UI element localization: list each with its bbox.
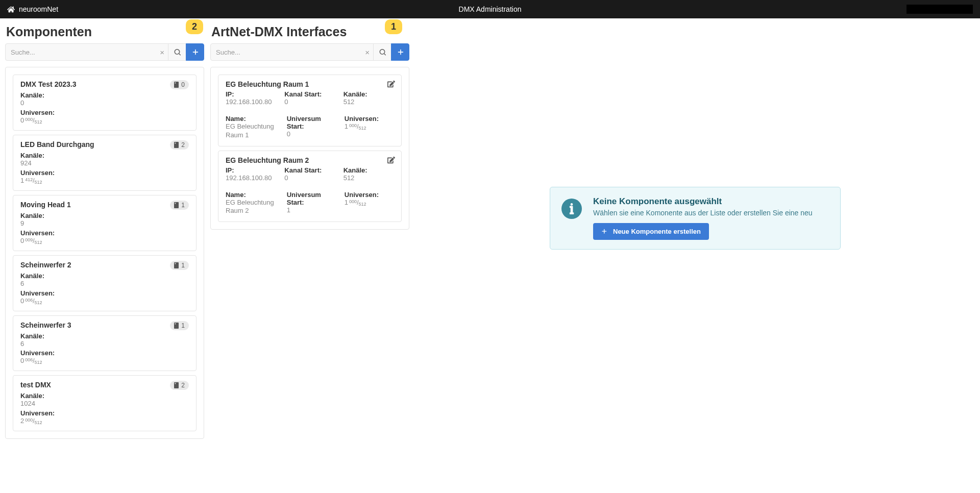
komponenten-toolbar: ×	[5, 43, 204, 61]
komponente-card[interactable]: DMX Test 2023.3 0 Kanäle:0 Universen: 00…	[13, 75, 197, 131]
interfaces-add-button[interactable]	[391, 43, 409, 61]
label-universen: Universen:	[20, 109, 189, 116]
plus-icon	[192, 49, 199, 56]
label-kanal-start: Kanal Start:	[284, 90, 335, 98]
komponente-card[interactable]: Scheinwerfer 3 1 Kanäle:6 Universen: 000…	[13, 315, 197, 372]
value-name: EG Beleuchtung Raum 2	[226, 199, 279, 216]
value-univ-start: 0	[287, 130, 336, 139]
home-icon	[7, 6, 15, 13]
interfaces-badge: 1	[170, 321, 189, 330]
badge-count: 1	[181, 262, 185, 269]
interfaces-badge: 2	[170, 381, 189, 390]
interfaces-search-button[interactable]	[373, 43, 391, 61]
interfaces-badge: 2	[170, 140, 189, 150]
value-kanaele: 1024	[20, 400, 189, 408]
label-universen: Universen:	[20, 289, 189, 297]
value-kanaele: 0	[20, 99, 189, 108]
label-universen: Universen:	[20, 409, 189, 417]
value-universen: 0009/512	[20, 237, 189, 244]
brand[interactable]: neuroomNet	[7, 5, 58, 13]
empty-title: Keine Komponente ausgewählt	[593, 196, 813, 207]
komponenten-search-button[interactable]	[168, 43, 186, 61]
search-icon	[174, 49, 181, 56]
komponente-card[interactable]: LED Band Durchgang 2 Kanäle:924 Universe…	[13, 135, 197, 191]
badge-count: 0	[181, 81, 185, 88]
page-title: DMX Administration	[459, 5, 522, 13]
komponente-name: LED Band Durchgang	[20, 140, 94, 149]
value-universen: 0006/512	[20, 357, 189, 364]
interfaces-toolbar: ×	[210, 43, 409, 61]
label-kanaele: Kanäle:	[344, 166, 394, 174]
label-universen: Universen:	[20, 349, 189, 357]
value-ip: 192.168.100.80	[226, 174, 276, 183]
value-kanal-start: 0	[284, 174, 335, 183]
edit-icon[interactable]	[387, 80, 395, 88]
empty-state-panel: Keine Komponente ausgewählt Wählen sie e…	[550, 187, 841, 250]
server-icon	[174, 382, 179, 388]
edit-icon[interactable]	[387, 156, 395, 164]
interface-card[interactable]: EG Beleuchtung Raum 2 IP:192.168.100.80 …	[218, 151, 402, 223]
label-kanaele: Kanäle:	[20, 272, 189, 280]
label-ip: IP:	[226, 90, 276, 98]
label-kanaele: Kanäle:	[20, 392, 189, 400]
interface-title: EG Beleuchtung Raum 1	[226, 80, 309, 88]
clear-icon[interactable]: ×	[365, 48, 370, 57]
empty-text: Wählen sie eine Komonente aus der Liste …	[593, 209, 813, 217]
komponente-card[interactable]: test DMX 2 Kanäle:1024 Universen: 2000/5…	[13, 375, 197, 431]
label-name: Name:	[226, 191, 279, 199]
new-komponente-label: Neue Komponente erstellen	[613, 228, 701, 235]
komponente-name: DMX Test 2023.3	[20, 80, 76, 88]
komponente-card[interactable]: Moving Head 1 1 Kanäle:9 Universen: 0009…	[13, 195, 197, 251]
user-area[interactable]	[906, 5, 973, 14]
value-kanaele: 512	[344, 98, 394, 107]
label-kanaele: Kanäle:	[20, 91, 189, 99]
clear-icon[interactable]: ×	[160, 48, 164, 57]
value-kanaele: 9	[20, 219, 189, 228]
server-icon	[174, 82, 179, 88]
interfaces-list: EG Beleuchtung Raum 1 IP:192.168.100.80 …	[210, 67, 409, 230]
label-universen: Universen:	[20, 229, 189, 237]
label-univ-start: Universum Start:	[287, 191, 336, 206]
label-kanaele: Kanäle:	[344, 90, 394, 98]
value-kanaele: 6	[20, 340, 189, 349]
value-universen: 0000/512	[20, 116, 189, 124]
plus-icon	[601, 229, 607, 234]
komponente-card[interactable]: Scheinwerfer 2 1 Kanäle:6 Universen: 000…	[13, 255, 197, 311]
label-kanal-start: Kanal Start:	[284, 166, 335, 174]
top-navbar: neuroomNet DMX Administration	[0, 0, 980, 18]
label-kanaele: Kanäle:	[20, 212, 189, 219]
value-kanaele: 924	[20, 159, 189, 168]
komponenten-search-input[interactable]	[5, 43, 168, 61]
label-kanaele: Kanäle:	[20, 332, 189, 340]
server-icon	[174, 202, 179, 208]
komponenten-title: Komponenten	[6, 24, 204, 39]
interfaces-search-input[interactable]	[210, 43, 374, 61]
value-universen: 1000/512	[345, 122, 394, 130]
komponenten-list: DMX Test 2023.3 0 Kanäle:0 Universen: 00…	[5, 67, 204, 439]
value-universen: 1412/512	[20, 177, 189, 184]
komponenten-add-button[interactable]	[186, 43, 204, 61]
komponente-name: Moving Head 1	[20, 201, 71, 209]
label-universen: Universen:	[20, 169, 189, 177]
new-komponente-button[interactable]: Neue Komponente erstellen	[593, 223, 709, 240]
interface-card[interactable]: EG Beleuchtung Raum 1 IP:192.168.100.80 …	[218, 75, 402, 146]
interfaces-badge: 1	[170, 201, 189, 210]
value-univ-start: 1	[287, 206, 336, 215]
server-icon	[174, 142, 179, 148]
value-ip: 192.168.100.80	[226, 98, 276, 107]
label-universen: Universen:	[345, 115, 394, 122]
label-kanaele: Kanäle:	[20, 152, 189, 159]
label-universen: Universen:	[345, 191, 394, 199]
value-kanaele: 512	[344, 174, 394, 183]
server-icon	[174, 323, 179, 329]
value-kanaele: 6	[20, 280, 189, 288]
badge-count: 1	[181, 202, 185, 209]
interfaces-title: ArtNet-DMX Interfaces	[211, 24, 409, 39]
komponente-name: Scheinwerfer 2	[20, 261, 71, 269]
interfaces-badge: 0	[170, 80, 189, 89]
komponente-name: test DMX	[20, 381, 51, 389]
plus-icon	[397, 49, 404, 56]
badge-count: 2	[181, 382, 185, 389]
interfaces-badge: 1	[170, 261, 189, 270]
label-name: Name:	[226, 115, 279, 122]
